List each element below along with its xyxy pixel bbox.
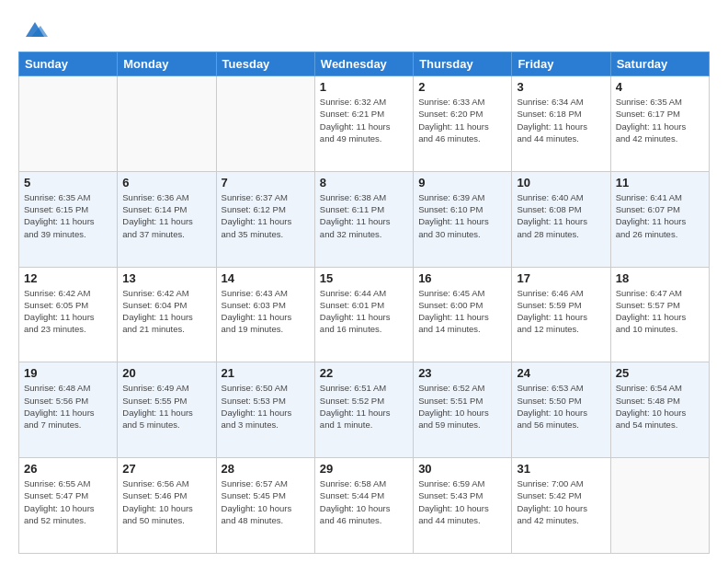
- day-info: Sunrise: 6:42 AMSunset: 6:04 PMDaylight:…: [122, 287, 210, 336]
- calendar-week-row: 19Sunrise: 6:48 AMSunset: 5:56 PMDayligh…: [19, 362, 710, 458]
- calendar-day-cell: 9Sunrise: 6:39 AMSunset: 6:10 PMDaylight…: [414, 171, 512, 267]
- calendar-day-cell: 4Sunrise: 6:35 AMSunset: 6:17 PMDaylight…: [610, 76, 709, 172]
- calendar-week-row: 5Sunrise: 6:35 AMSunset: 6:15 PMDaylight…: [19, 171, 710, 267]
- calendar-day-cell: 20Sunrise: 6:49 AMSunset: 5:55 PMDayligh…: [118, 362, 216, 458]
- day-info: Sunrise: 6:45 AMSunset: 6:00 PMDaylight:…: [418, 287, 506, 336]
- day-info: Sunrise: 6:56 AMSunset: 5:46 PMDaylight:…: [122, 477, 210, 526]
- day-info: Sunrise: 6:42 AMSunset: 6:05 PMDaylight:…: [24, 287, 112, 336]
- day-number: 30: [418, 462, 506, 476]
- day-info: Sunrise: 6:47 AMSunset: 5:57 PMDaylight:…: [616, 287, 704, 336]
- day-number: 13: [122, 271, 210, 285]
- day-number: 27: [122, 462, 210, 476]
- calendar-day-cell: 13Sunrise: 6:42 AMSunset: 6:04 PMDayligh…: [118, 267, 216, 362]
- calendar-day-cell: 23Sunrise: 6:52 AMSunset: 5:51 PMDayligh…: [414, 362, 512, 458]
- day-number: 18: [616, 271, 704, 285]
- calendar-day-cell: 18Sunrise: 6:47 AMSunset: 5:57 PMDayligh…: [610, 267, 709, 362]
- day-number: 6: [122, 176, 210, 190]
- day-info: Sunrise: 6:35 AMSunset: 6:17 PMDaylight:…: [616, 96, 704, 144]
- day-number: 23: [418, 366, 506, 380]
- calendar-day-cell: 19Sunrise: 6:48 AMSunset: 5:56 PMDayligh…: [19, 362, 118, 458]
- calendar-day-cell: 31Sunrise: 7:00 AMSunset: 5:42 PMDayligh…: [512, 458, 610, 554]
- day-info: Sunrise: 6:41 AMSunset: 6:07 PMDaylight:…: [616, 191, 704, 240]
- day-info: Sunrise: 6:43 AMSunset: 6:03 PMDaylight:…: [222, 287, 310, 336]
- weekday-header-thursday: Thursday: [414, 52, 512, 76]
- weekday-header-saturday: Saturday: [610, 52, 709, 76]
- logo: [18, 17, 48, 42]
- weekday-header-monday: Monday: [118, 52, 216, 76]
- weekday-header-tuesday: Tuesday: [216, 52, 314, 76]
- header: [18, 17, 710, 42]
- calendar-day-cell: 11Sunrise: 6:41 AMSunset: 6:07 PMDayligh…: [610, 171, 709, 267]
- day-number: 21: [222, 366, 310, 380]
- day-number: 19: [24, 366, 112, 380]
- day-info: Sunrise: 6:37 AMSunset: 6:12 PMDaylight:…: [222, 191, 310, 240]
- calendar-page: SundayMondayTuesdayWednesdayThursdayFrid…: [0, 0, 728, 563]
- day-number: 31: [517, 462, 605, 476]
- weekday-header-sunday: Sunday: [19, 52, 118, 76]
- weekday-header-friday: Friday: [512, 52, 610, 76]
- day-info: Sunrise: 6:50 AMSunset: 5:53 PMDaylight:…: [222, 382, 310, 431]
- day-number: 7: [222, 176, 310, 190]
- day-info: Sunrise: 6:33 AMSunset: 6:20 PMDaylight:…: [418, 96, 506, 144]
- day-number: 5: [24, 176, 112, 190]
- day-info: Sunrise: 6:39 AMSunset: 6:10 PMDaylight:…: [418, 191, 506, 240]
- calendar-day-cell: [216, 76, 314, 172]
- calendar-day-cell: 2Sunrise: 6:33 AMSunset: 6:20 PMDaylight…: [414, 76, 512, 172]
- day-number: 24: [517, 366, 605, 380]
- calendar-day-cell: [118, 76, 216, 172]
- day-info: Sunrise: 6:55 AMSunset: 5:47 PMDaylight:…: [24, 477, 112, 526]
- day-info: Sunrise: 6:51 AMSunset: 5:52 PMDaylight:…: [320, 382, 408, 431]
- day-number: 3: [517, 80, 605, 94]
- day-number: 1: [320, 80, 408, 94]
- day-info: Sunrise: 6:58 AMSunset: 5:44 PMDaylight:…: [320, 477, 408, 526]
- calendar-day-cell: 5Sunrise: 6:35 AMSunset: 6:15 PMDaylight…: [19, 171, 118, 267]
- day-info: Sunrise: 6:54 AMSunset: 5:48 PMDaylight:…: [616, 382, 704, 431]
- day-info: Sunrise: 6:36 AMSunset: 6:14 PMDaylight:…: [122, 191, 210, 240]
- day-info: Sunrise: 6:49 AMSunset: 5:55 PMDaylight:…: [122, 382, 210, 431]
- calendar-day-cell: 25Sunrise: 6:54 AMSunset: 5:48 PMDayligh…: [610, 362, 709, 458]
- calendar-day-cell: 12Sunrise: 6:42 AMSunset: 6:05 PMDayligh…: [19, 267, 118, 362]
- day-number: 17: [517, 271, 605, 285]
- day-number: 4: [616, 80, 704, 94]
- calendar-day-cell: 27Sunrise: 6:56 AMSunset: 5:46 PMDayligh…: [118, 458, 216, 554]
- weekday-header-wednesday: Wednesday: [314, 52, 413, 76]
- day-number: 15: [320, 271, 408, 285]
- day-number: 2: [418, 80, 506, 94]
- day-number: 16: [418, 271, 506, 285]
- day-info: Sunrise: 6:59 AMSunset: 5:43 PMDaylight:…: [418, 477, 506, 526]
- calendar-day-cell: 1Sunrise: 6:32 AMSunset: 6:21 PMDaylight…: [314, 76, 413, 172]
- calendar-day-cell: 26Sunrise: 6:55 AMSunset: 5:47 PMDayligh…: [19, 458, 118, 554]
- calendar-week-row: 12Sunrise: 6:42 AMSunset: 6:05 PMDayligh…: [19, 267, 710, 362]
- calendar-day-cell: [610, 458, 709, 554]
- day-info: Sunrise: 6:35 AMSunset: 6:15 PMDaylight:…: [24, 191, 112, 240]
- day-info: Sunrise: 6:34 AMSunset: 6:18 PMDaylight:…: [517, 96, 605, 144]
- calendar-day-cell: 10Sunrise: 6:40 AMSunset: 6:08 PMDayligh…: [512, 171, 610, 267]
- calendar-week-row: 1Sunrise: 6:32 AMSunset: 6:21 PMDaylight…: [19, 76, 710, 172]
- day-info: Sunrise: 6:38 AMSunset: 6:11 PMDaylight:…: [320, 191, 408, 240]
- calendar-day-cell: 6Sunrise: 6:36 AMSunset: 6:14 PMDaylight…: [118, 171, 216, 267]
- day-info: Sunrise: 6:53 AMSunset: 5:50 PMDaylight:…: [517, 382, 605, 431]
- calendar-day-cell: 22Sunrise: 6:51 AMSunset: 5:52 PMDayligh…: [314, 362, 413, 458]
- calendar-week-row: 26Sunrise: 6:55 AMSunset: 5:47 PMDayligh…: [19, 458, 710, 554]
- day-number: 12: [24, 271, 112, 285]
- calendar-day-cell: 29Sunrise: 6:58 AMSunset: 5:44 PMDayligh…: [314, 458, 413, 554]
- day-number: 10: [517, 176, 605, 190]
- calendar-day-cell: 15Sunrise: 6:44 AMSunset: 6:01 PMDayligh…: [314, 267, 413, 362]
- calendar-day-cell: 8Sunrise: 6:38 AMSunset: 6:11 PMDaylight…: [314, 171, 413, 267]
- day-number: 25: [616, 366, 704, 380]
- weekday-header-row: SundayMondayTuesdayWednesdayThursdayFrid…: [19, 52, 710, 76]
- logo-icon: [22, 17, 48, 42]
- day-number: 20: [122, 366, 210, 380]
- day-number: 22: [320, 366, 408, 380]
- day-info: Sunrise: 6:48 AMSunset: 5:56 PMDaylight:…: [24, 382, 112, 431]
- day-number: 14: [222, 271, 310, 285]
- day-info: Sunrise: 6:40 AMSunset: 6:08 PMDaylight:…: [517, 191, 605, 240]
- day-info: Sunrise: 6:46 AMSunset: 5:59 PMDaylight:…: [517, 287, 605, 336]
- day-number: 29: [320, 462, 408, 476]
- day-info: Sunrise: 6:32 AMSunset: 6:21 PMDaylight:…: [320, 96, 408, 144]
- day-number: 26: [24, 462, 112, 476]
- calendar-day-cell: 3Sunrise: 6:34 AMSunset: 6:18 PMDaylight…: [512, 76, 610, 172]
- day-number: 28: [222, 462, 310, 476]
- calendar-day-cell: 30Sunrise: 6:59 AMSunset: 5:43 PMDayligh…: [414, 458, 512, 554]
- day-info: Sunrise: 6:44 AMSunset: 6:01 PMDaylight:…: [320, 287, 408, 336]
